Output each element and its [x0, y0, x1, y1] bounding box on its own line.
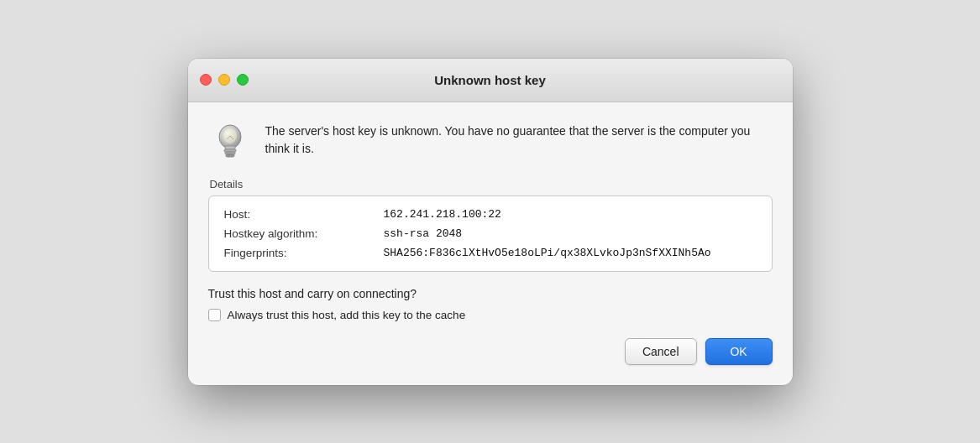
close-button[interactable] — [200, 74, 212, 86]
message-text: The server's host key is unknown. You ha… — [265, 119, 773, 158]
dialog-body: The server's host key is unknown. You ha… — [188, 102, 793, 385]
detail-key-host: Host: — [224, 208, 384, 221]
dialog-title: Unknown host key — [434, 73, 546, 87]
detail-value-host: 162.241.218.100:22 — [384, 208, 501, 221]
svg-rect-4 — [226, 154, 234, 157]
detail-value-fingerprints: SHA256:F836clXtHvO5e18oLPi/qx38XLvkoJp3n… — [384, 247, 711, 259]
title-bar: Unknown host key — [188, 59, 793, 102]
details-section: Details Host: 162.241.218.100:22 Hostkey… — [208, 178, 773, 272]
details-label: Details — [208, 178, 773, 190]
lightbulb-icon-area — [208, 119, 252, 163]
svg-rect-2 — [224, 149, 236, 152]
svg-rect-1 — [225, 146, 235, 149]
detail-row-algorithm: Hostkey algorithm: ssh-rsa 2048 — [224, 227, 757, 240]
detail-row-fingerprints: Fingerprints: SHA256:F836clXtHvO5e18oLPi… — [224, 247, 757, 259]
dialog-window: Unknown host key — [188, 59, 793, 385]
always-trust-checkbox[interactable] — [208, 309, 221, 321]
cancel-button[interactable]: Cancel — [625, 338, 697, 365]
trust-question: Trust this host and carry on connecting? — [208, 287, 773, 300]
always-trust-label: Always trust this host, add this key to … — [228, 309, 466, 321]
button-row: Cancel OK — [208, 338, 773, 365]
maximize-button[interactable] — [237, 74, 249, 86]
lightbulb-icon — [210, 121, 250, 161]
message-area: The server's host key is unknown. You ha… — [208, 119, 773, 163]
detail-key-fingerprints: Fingerprints: — [224, 247, 384, 259]
detail-value-algorithm: ssh-rsa 2048 — [384, 227, 463, 240]
svg-rect-3 — [225, 152, 235, 154]
detail-key-algorithm: Hostkey algorithm: — [224, 227, 384, 240]
checkbox-row: Always trust this host, add this key to … — [208, 309, 773, 321]
traffic-lights — [200, 74, 249, 86]
ok-button[interactable]: OK — [705, 338, 773, 365]
details-box: Host: 162.241.218.100:22 Hostkey algorit… — [208, 195, 773, 272]
minimize-button[interactable] — [218, 74, 230, 86]
detail-row-host: Host: 162.241.218.100:22 — [224, 208, 757, 221]
